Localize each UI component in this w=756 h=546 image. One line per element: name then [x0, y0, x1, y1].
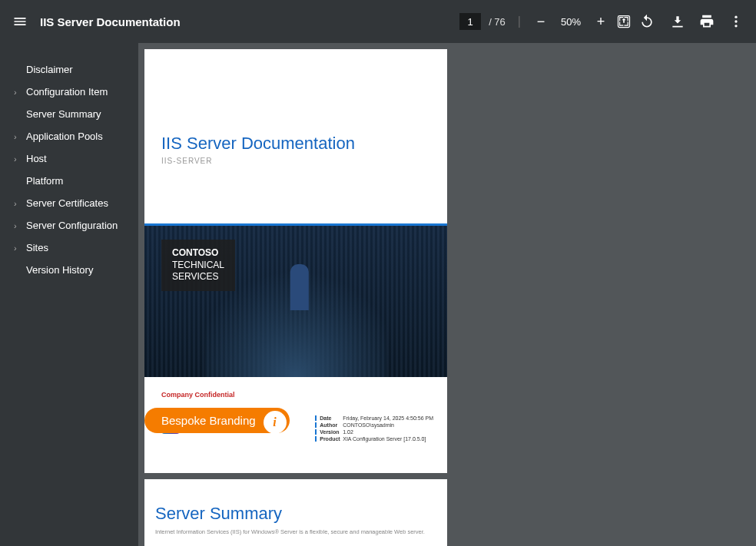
cover-title: IIS Server Documentation	[161, 134, 447, 154]
svg-point-1	[734, 16, 737, 18]
callout-bespoke-branding[interactable]: Bespoke Branding i	[144, 408, 290, 433]
nav-item-host[interactable]: ›Host	[0, 147, 138, 170]
nav-item-configuration-item[interactable]: ›Configuration Item	[0, 81, 138, 103]
fit-page-icon[interactable]	[616, 14, 632, 29]
nav-item-version-history[interactable]: Version History	[0, 259, 138, 281]
chevron-right-icon[interactable]: ›	[14, 199, 25, 208]
menu-icon[interactable]	[12, 14, 28, 29]
page-number-input[interactable]	[459, 13, 481, 30]
confidential-label: Company Confidential	[161, 391, 447, 399]
nav-item-disclaimer[interactable]: Disclaimer	[0, 58, 138, 81]
document-title: IIS Server Documentation	[40, 15, 181, 28]
divider: |	[518, 15, 521, 28]
chevron-right-icon[interactable]: ›	[14, 132, 25, 141]
pdf-page-2: Server Summary Internet Information Serv…	[144, 479, 447, 546]
page-description: Internet Information Services (IIS) for …	[155, 528, 436, 535]
cover-brand-overlay: CONTOSO TECHNICAL SERVICES	[161, 240, 235, 291]
page-total: / 76	[489, 16, 506, 28]
pdf-content-area[interactable]: IIS Server Documentation IIS-SERVER CONT…	[138, 43, 756, 546]
print-icon[interactable]	[699, 14, 715, 29]
cover-subtitle: IIS-SERVER	[161, 157, 447, 165]
chevron-right-icon[interactable]: ›	[14, 243, 25, 253]
chevron-right-icon[interactable]: ›	[14, 221, 25, 230]
document-meta-table: DateFriday, February 14, 2025 4:50:56 PM…	[315, 415, 433, 443]
nav-item-server-configuration[interactable]: ›Server Configuration	[0, 214, 138, 237]
nav-item-sites[interactable]: ›Sites	[0, 237, 138, 259]
more-icon[interactable]	[728, 14, 744, 29]
nav-item-server-summary[interactable]: Server Summary	[0, 103, 138, 125]
nav-item-platform[interactable]: Platform	[0, 170, 138, 192]
chevron-right-icon[interactable]: ›	[14, 88, 25, 97]
page-title: Server Summary	[155, 504, 447, 524]
svg-point-3	[734, 25, 737, 27]
outline-sidebar: Disclaimer ›Configuration Item Server Su…	[0, 43, 138, 546]
nav-item-server-certificates[interactable]: ›Server Certificates	[0, 192, 138, 214]
chevron-right-icon[interactable]: ›	[14, 154, 25, 164]
info-icon: i	[264, 411, 287, 434]
cover-image: CONTOSO TECHNICAL SERVICES	[144, 223, 447, 377]
svg-point-2	[734, 20, 737, 22]
zoom-in-button[interactable]: +	[593, 14, 608, 30]
zoom-out-button[interactable]: −	[533, 14, 549, 30]
pdf-toolbar: IIS Server Documentation / 76 | − 50% +	[0, 0, 756, 43]
rotate-icon[interactable]	[639, 14, 655, 29]
download-icon[interactable]	[670, 14, 685, 29]
nav-item-application-pools[interactable]: ›Application Pools	[0, 125, 138, 147]
zoom-level: 50%	[561, 16, 581, 28]
